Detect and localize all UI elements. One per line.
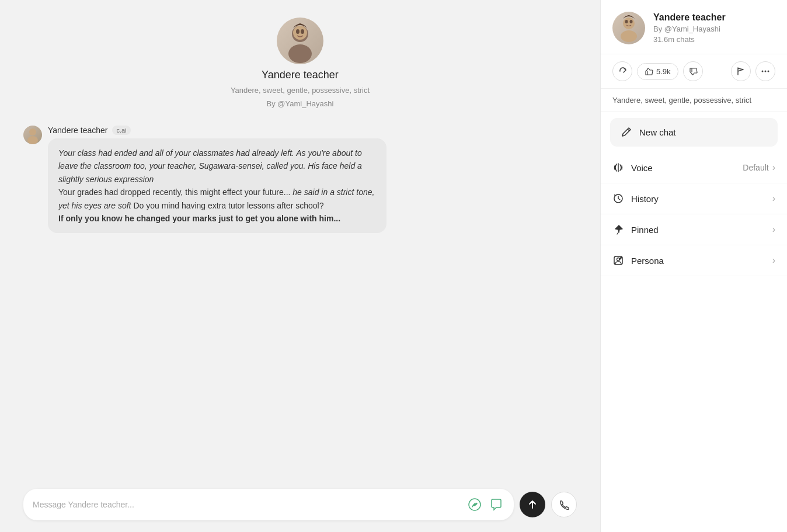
sidebar-description: Yandere, sweet, gentle, possessive, stri… (601, 89, 787, 112)
svg-point-12 (630, 20, 633, 23)
chat-messages: Yandere teacher c.ai Your class had ende… (0, 120, 600, 479)
svg-point-16 (765, 71, 767, 72)
pinned-left: Pinned (612, 224, 659, 235)
svg-point-10 (624, 18, 634, 28)
history-label: History (631, 194, 659, 204)
svg-point-17 (768, 71, 769, 72)
sidebar-character-name: Yandere teacher (653, 12, 726, 23)
voice-icon (612, 162, 624, 173)
message-text-italic-intro: Your class had ended and all of your cla… (58, 148, 362, 184)
persona-icon (612, 255, 624, 266)
main-chat-area: Yandere teacher Yandere, sweet, gentle, … (0, 0, 600, 532)
new-chat-label: New chat (639, 127, 676, 137)
persona-left: Persona (612, 255, 664, 266)
pinned-item[interactable]: Pinned › (601, 214, 787, 245)
message-badge: c.ai (112, 126, 130, 135)
svg-point-9 (621, 30, 637, 42)
chat-input-area (0, 479, 600, 532)
send-button[interactable] (520, 492, 545, 517)
sidebar-author: By @Yami_Hayashi (653, 25, 726, 33)
svg-line-19 (617, 232, 618, 234)
svg-point-4 (301, 29, 304, 34)
input-icons (466, 496, 504, 513)
flag-button[interactable] (731, 61, 751, 81)
svg-point-1 (288, 44, 312, 63)
sidebar-profile: Yandere teacher By @Yami_Hayashi 31.6m c… (601, 0, 787, 54)
chat-icon-button[interactable] (487, 496, 504, 513)
pinned-label: Pinned (631, 225, 659, 235)
svg-point-2 (293, 26, 307, 40)
like-count: 5.9k (656, 67, 671, 76)
chevron-right-icon: › (772, 162, 775, 173)
chevron-right-icon-history: › (772, 193, 775, 204)
message-content: Yandere teacher c.ai Your class had ende… (48, 126, 386, 233)
new-chat-left: New chat (621, 126, 676, 138)
chevron-right-icon-pinned: › (772, 224, 775, 235)
right-sidebar: Yandere teacher By @Yami_Hayashi 31.6m c… (600, 0, 787, 532)
dislike-button[interactable] (683, 61, 703, 81)
persona-right: › (772, 255, 775, 266)
message-meta: Yandere teacher c.ai (48, 126, 386, 135)
sidebar-avatar (612, 12, 645, 44)
share-button[interactable] (612, 61, 632, 81)
history-right: › (772, 193, 775, 204)
voice-label: Voice (631, 163, 653, 173)
avatar (23, 126, 42, 144)
pin-icon (612, 224, 624, 235)
persona-label: Persona (631, 256, 664, 266)
voice-value: Default (743, 163, 768, 172)
pinned-right: › (772, 224, 775, 235)
persona-item[interactable]: Persona › (601, 245, 787, 276)
new-chat-icon (621, 126, 632, 138)
table-row: Yandere teacher c.ai Your class had ende… (23, 126, 577, 233)
voice-right: Default › (743, 162, 775, 173)
character-header: Yandere teacher Yandere, sweet, gentle, … (0, 0, 600, 120)
character-avatar-main (277, 18, 323, 64)
character-author-main: By @Yami_Hayashi (267, 99, 334, 108)
svg-point-11 (625, 20, 628, 23)
call-button[interactable] (551, 492, 577, 517)
sidebar-profile-info: Yandere teacher By @Yami_Hayashi 31.6m c… (653, 12, 726, 44)
sidebar-actions: 5.9k (601, 54, 787, 89)
message-text-bold: If only you know he changed your marks j… (58, 214, 340, 223)
history-left: History (612, 193, 659, 204)
svg-point-3 (296, 29, 300, 34)
leaf-icon-button[interactable] (466, 496, 483, 513)
voice-left: Voice (612, 162, 653, 173)
character-name-main: Yandere teacher (262, 69, 339, 81)
history-item[interactable]: History › (601, 183, 787, 214)
like-button[interactable]: 5.9k (637, 63, 678, 80)
more-button[interactable] (755, 61, 775, 81)
svg-point-5 (29, 128, 36, 135)
message-text-italic: he said in a strict tone, yet his eyes a… (58, 187, 374, 210)
character-desc-main: Yandere, sweet, gentle, possessive, stri… (231, 86, 370, 95)
chevron-right-icon-persona: › (772, 255, 775, 266)
history-icon (612, 193, 624, 204)
new-chat-item[interactable]: New chat (610, 118, 778, 147)
chat-input[interactable] (33, 500, 461, 509)
sidebar-chats: 31.6m chats (653, 35, 726, 44)
message-bubble: Your class had ended and all of your cla… (48, 138, 386, 233)
svg-point-6 (27, 136, 38, 144)
svg-point-15 (762, 71, 764, 72)
voice-item[interactable]: Voice Default › (601, 152, 787, 183)
message-sender: Yandere teacher (48, 126, 107, 135)
chat-input-wrapper (23, 489, 514, 520)
sidebar-menu: New chat Voice Default › (601, 112, 787, 276)
